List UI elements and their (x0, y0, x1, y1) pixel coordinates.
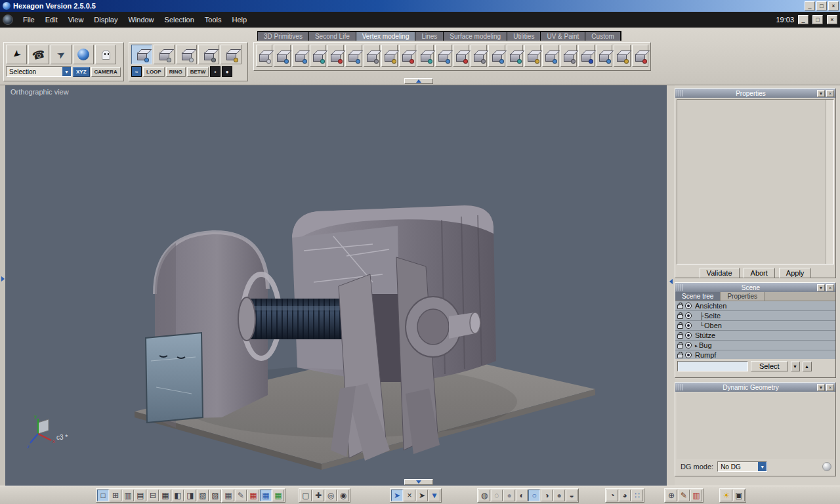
lock-icon[interactable] (677, 344, 683, 348)
panel-rollup-button[interactable]: ▼ (817, 284, 825, 291)
properties-scrollbar[interactable] (826, 100, 833, 264)
viewport-3d[interactable]: Orthographic view (5, 85, 667, 486)
tab-utilities[interactable]: Utilities (507, 32, 540, 41)
menu-display[interactable]: Display (89, 14, 122, 26)
tab-lines[interactable]: Lines (415, 32, 443, 41)
grid-x-plane-icon[interactable]: ▦ (247, 490, 259, 501)
magnet-tool-icon[interactable] (632, 45, 648, 67)
zoom-icon[interactable]: ◎ (325, 490, 337, 501)
open-close-icon[interactable] (524, 45, 541, 67)
select-cut-icon[interactable]: × (404, 490, 415, 501)
lock-icon[interactable] (677, 324, 683, 329)
face-selection-icon[interactable] (176, 45, 197, 64)
layout-hatch2-icon[interactable]: ▨ (209, 490, 221, 501)
smooth-display-icon[interactable]: ◐ (516, 490, 528, 501)
shaded-display-icon[interactable]: ◑ (541, 490, 553, 501)
vertex-points-icon[interactable]: ∷ (631, 490, 643, 501)
grid-y-plane-icon[interactable]: ▦ (260, 490, 272, 501)
backface-select-icon[interactable]: ▪ (210, 66, 220, 77)
average-weld-icon[interactable] (471, 45, 487, 67)
abort-button[interactable]: Abort (744, 268, 775, 278)
dg-mode-dropdown[interactable]: No DG ▼ (717, 461, 767, 472)
bridge-icon[interactable] (507, 45, 523, 67)
frame-selection-icon[interactable]: ▢ (300, 490, 312, 501)
layout-quad-icon[interactable]: ⊞ (110, 490, 121, 501)
edge-selection-icon[interactable] (154, 45, 175, 64)
layout-left-split-icon[interactable]: ◧ (172, 490, 184, 501)
eye-icon[interactable] (685, 332, 692, 339)
pan-view-icon[interactable]: ✚ (312, 490, 324, 501)
smooth-shade-icon[interactable]: ◔ (606, 490, 618, 501)
thickness-icon[interactable] (274, 45, 290, 67)
copy-symmetry-icon[interactable] (560, 45, 577, 67)
lock-icon[interactable] (677, 334, 683, 339)
loop-tool-icon[interactable]: ≈ (131, 66, 142, 77)
extrude-surface-icon[interactable] (292, 45, 308, 67)
toolbar-collapse-handle-bottom[interactable] (404, 479, 433, 485)
grid-table-icon[interactable]: ▦ (222, 490, 234, 501)
layout-grid6-icon[interactable]: ▦ (159, 490, 171, 501)
panel-grip[interactable] (677, 284, 683, 291)
menu-window[interactable]: Window (123, 14, 158, 26)
toolbar-collapse-handle-top[interactable] (404, 78, 433, 84)
columns-icon[interactable]: ▥ (690, 490, 702, 501)
move-tool-icon[interactable] (51, 45, 72, 64)
tree-item-rumpf[interactable]: Rumpf (675, 350, 835, 359)
grid-edit-icon[interactable]: ✎ (235, 490, 247, 501)
paint-brush-icon[interactable]: ✎ (678, 490, 690, 501)
layout-2rows-icon[interactable]: ⊟ (147, 490, 159, 501)
lock-icon[interactable] (677, 354, 683, 358)
stretch-icon[interactable] (256, 45, 272, 67)
layout-3rows-icon[interactable]: ▤ (135, 490, 146, 501)
flat-display-icon[interactable]: ● (503, 490, 515, 501)
select-drop-icon[interactable]: ▼ (429, 490, 440, 501)
wireframe-display-icon[interactable]: ◍ (478, 490, 490, 501)
symmetry-icon[interactable] (542, 45, 558, 67)
window-titlebar[interactable]: Hexagon Version 2.5.0.5 _ □ × (0, 0, 840, 12)
scene-name-input[interactable] (677, 361, 748, 371)
tree-item-stuetze[interactable]: Stütze (675, 331, 835, 341)
panel-close-button[interactable]: × (826, 384, 834, 391)
weld-icon[interactable] (453, 45, 469, 67)
quadrangulate-icon[interactable] (614, 45, 630, 67)
points-display-icon[interactable]: ◌ (491, 490, 503, 501)
panel-rollup-button[interactable]: ▼ (817, 384, 825, 391)
panel-rollup-button[interactable]: ▼ (817, 90, 825, 97)
textured-display-icon[interactable]: ● (553, 490, 565, 501)
area-select-icon[interactable]: ● (222, 66, 232, 77)
app-minimize-button[interactable]: _ (798, 15, 808, 24)
dropdown-arrow-icon[interactable]: ▼ (758, 462, 766, 471)
flat-shade-icon[interactable]: ◕ (619, 490, 631, 501)
select-add-icon[interactable]: ➤ (416, 490, 428, 501)
target-weld-icon[interactable] (488, 45, 505, 67)
panel-grip[interactable] (677, 90, 683, 96)
camera-icon[interactable]: ▣ (733, 490, 745, 501)
tab-custom[interactable]: Custom (585, 32, 620, 41)
xyz-toggle-button[interactable]: XYZ (73, 67, 90, 77)
menu-help[interactable]: Help (228, 14, 252, 26)
window-minimize-button[interactable]: _ (805, 1, 815, 10)
menu-edit[interactable]: Edit (41, 14, 62, 26)
smoothing-icon[interactable] (364, 45, 380, 67)
tree-item-bug[interactable]: ▸ Bug (675, 341, 835, 350)
scene-prev-button[interactable]: ▼ (791, 362, 800, 371)
extrude-line-icon[interactable] (310, 45, 326, 67)
universal-manipulator-icon[interactable] (28, 45, 49, 64)
layout-single-icon[interactable]: □ (97, 490, 109, 501)
sweep-surface-icon[interactable] (345, 45, 362, 67)
tree-item-ansichten[interactable]: Ansichten (675, 301, 835, 311)
camera-toggle-button[interactable]: CAMERA (91, 67, 121, 77)
tree-item-oben[interactable]: └ Oben (675, 321, 835, 331)
visibility-eye-icon[interactable]: ◉ (337, 490, 349, 501)
outline-display-icon[interactable]: ○ (528, 490, 540, 501)
extract-around-icon[interactable] (399, 45, 415, 67)
fast-extrude-icon[interactable] (327, 45, 344, 67)
panel-grip[interactable] (677, 384, 683, 390)
layout-right-split-icon[interactable]: ◨ (184, 490, 196, 501)
panel-close-button[interactable]: × (826, 284, 834, 291)
tab-scene-properties[interactable]: Properties (721, 292, 765, 301)
layout-3cols-icon[interactable]: ▥ (122, 490, 134, 501)
properties-panel-header[interactable]: Properties ▼ × (675, 89, 835, 98)
eye-icon[interactable] (685, 352, 692, 358)
dropdown-arrow-icon[interactable]: ▼ (62, 67, 71, 76)
